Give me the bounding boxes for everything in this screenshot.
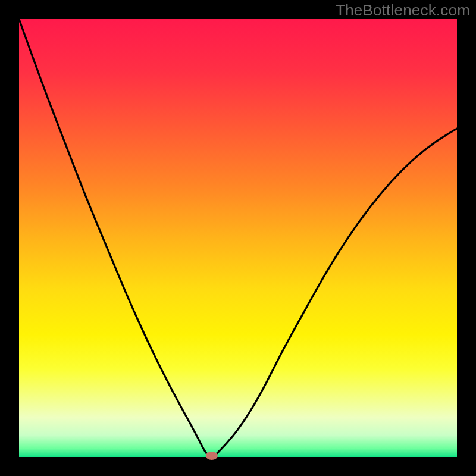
optimum-marker xyxy=(206,452,218,460)
chart-svg xyxy=(0,0,476,476)
watermark-text: TheBottleneck.com xyxy=(336,1,470,20)
chart-frame: TheBottleneck.com xyxy=(0,0,476,476)
plot-area xyxy=(19,19,457,457)
